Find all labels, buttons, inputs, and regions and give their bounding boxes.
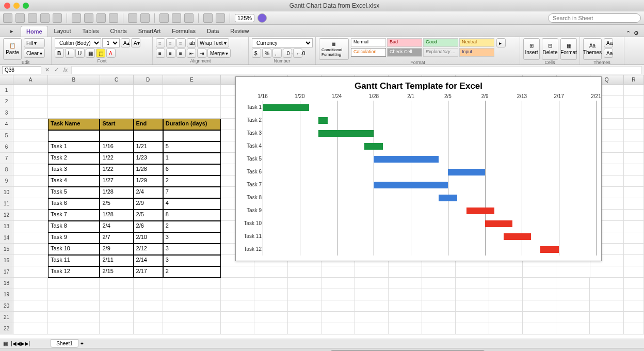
row-header[interactable]: 5 bbox=[0, 130, 13, 141]
gantt-chart[interactable]: Gantt Chart Template for Excel 1/161/201… bbox=[235, 76, 602, 261]
cell[interactable] bbox=[134, 323, 163, 334]
row-header[interactable]: 15 bbox=[0, 244, 13, 255]
cell[interactable] bbox=[489, 323, 523, 334]
cell[interactable] bbox=[355, 289, 389, 300]
cell[interactable] bbox=[48, 130, 100, 141]
indent-decrease-icon[interactable]: ⇤ bbox=[187, 49, 196, 58]
cell[interactable]: 6 bbox=[163, 164, 221, 176]
number-format-select[interactable]: Currency bbox=[252, 38, 313, 47]
cell[interactable]: 2/4 bbox=[100, 221, 133, 232]
new-icon[interactable] bbox=[28, 13, 37, 23]
cell[interactable] bbox=[590, 300, 623, 312]
cell[interactable] bbox=[624, 198, 644, 210]
cell[interactable] bbox=[221, 300, 254, 312]
formula-input[interactable] bbox=[71, 66, 642, 74]
cell[interactable] bbox=[489, 278, 523, 289]
cell[interactable] bbox=[254, 289, 288, 300]
cell[interactable]: 1 bbox=[163, 153, 221, 164]
show-formulas-icon[interactable] bbox=[216, 13, 225, 23]
cell[interactable] bbox=[556, 312, 590, 323]
cell[interactable] bbox=[48, 312, 100, 323]
percent-icon[interactable]: % bbox=[262, 49, 271, 58]
column-header[interactable]: E bbox=[163, 75, 221, 84]
cell[interactable] bbox=[288, 289, 321, 300]
cell[interactable] bbox=[355, 266, 389, 278]
cell[interactable] bbox=[624, 141, 644, 153]
row-header[interactable]: 16 bbox=[0, 255, 13, 266]
cell[interactable] bbox=[254, 300, 288, 312]
cell[interactable] bbox=[163, 107, 221, 119]
cell[interactable] bbox=[624, 210, 644, 221]
cell[interactable] bbox=[13, 153, 48, 164]
filter-icon[interactable] bbox=[184, 13, 194, 23]
fill-color-button[interactable]: ⬚ bbox=[96, 49, 105, 58]
first-sheet-icon[interactable]: |◀ bbox=[11, 341, 17, 346]
cell[interactable] bbox=[422, 300, 456, 312]
cell-styles-gallery[interactable]: Normal Bad Good Neutral Calculation Chec… bbox=[351, 38, 494, 57]
cell[interactable] bbox=[489, 289, 523, 300]
cell[interactable] bbox=[624, 289, 644, 300]
cell[interactable]: 2/9 bbox=[134, 198, 163, 210]
close-icon[interactable] bbox=[4, 3, 10, 9]
cell[interactable] bbox=[100, 300, 133, 312]
collapse-ribbon-icon[interactable]: ⌃ bbox=[626, 30, 631, 37]
cell[interactable] bbox=[13, 176, 48, 187]
cell[interactable]: Task 10 bbox=[48, 244, 100, 255]
cell[interactable] bbox=[288, 323, 321, 334]
paste-icon[interactable] bbox=[96, 13, 106, 23]
row-header[interactable]: 12 bbox=[0, 210, 13, 221]
cell[interactable] bbox=[355, 312, 389, 323]
cell[interactable]: End bbox=[134, 119, 163, 130]
decrease-font-icon[interactable]: A▾ bbox=[131, 38, 140, 47]
cell[interactable] bbox=[134, 312, 163, 323]
cell[interactable] bbox=[13, 85, 48, 96]
row-header[interactable]: 4 bbox=[0, 119, 13, 130]
cell[interactable] bbox=[100, 312, 133, 323]
cell[interactable] bbox=[556, 300, 590, 312]
tab-charts[interactable]: Charts bbox=[105, 26, 132, 37]
row-header[interactable]: 11 bbox=[0, 198, 13, 210]
cell[interactable] bbox=[624, 323, 644, 334]
cell[interactable] bbox=[523, 323, 556, 334]
cell[interactable]: 3 bbox=[163, 255, 221, 266]
cell[interactable] bbox=[13, 266, 48, 278]
cell[interactable] bbox=[624, 232, 644, 244]
cell[interactable] bbox=[389, 312, 422, 323]
cell[interactable] bbox=[134, 300, 163, 312]
prev-sheet-icon[interactable]: ◀ bbox=[17, 341, 21, 346]
cell[interactable]: 2/9 bbox=[100, 244, 133, 255]
cell[interactable]: Task 4 bbox=[48, 176, 100, 187]
cell[interactable] bbox=[288, 266, 321, 278]
sheet-tab[interactable]: Sheet1 bbox=[51, 339, 78, 348]
cell[interactable] bbox=[134, 289, 163, 300]
cell[interactable]: Task 11 bbox=[48, 255, 100, 266]
border-button[interactable]: ▦ bbox=[86, 49, 95, 58]
cell[interactable] bbox=[221, 323, 254, 334]
cell[interactable] bbox=[221, 312, 254, 323]
row-header[interactable]: 3 bbox=[0, 107, 13, 119]
cell[interactable]: 2/6 bbox=[134, 221, 163, 232]
cell[interactable] bbox=[288, 312, 321, 323]
cell[interactable] bbox=[321, 312, 355, 323]
row-header[interactable]: 17 bbox=[0, 266, 13, 278]
cell[interactable] bbox=[13, 278, 48, 289]
cell[interactable]: Task 12 bbox=[48, 266, 100, 278]
cell[interactable] bbox=[288, 300, 321, 312]
cell[interactable] bbox=[100, 130, 133, 141]
align-top-icon[interactable]: ≡ bbox=[156, 38, 165, 47]
cell[interactable] bbox=[355, 278, 389, 289]
cell[interactable]: Task 1 bbox=[48, 141, 100, 153]
last-sheet-icon[interactable]: ▶| bbox=[25, 341, 30, 346]
cell[interactable] bbox=[389, 323, 422, 334]
align-right-icon[interactable]: ≡ bbox=[176, 49, 186, 58]
style-good[interactable]: Good bbox=[423, 38, 458, 47]
cell[interactable] bbox=[100, 278, 133, 289]
row-header[interactable]: 10 bbox=[0, 187, 13, 198]
cell[interactable] bbox=[624, 278, 644, 289]
comma-icon[interactable]: , bbox=[272, 49, 282, 58]
search-input[interactable] bbox=[548, 13, 641, 23]
decrease-decimal-icon[interactable]: ←.0 bbox=[293, 49, 302, 58]
cell[interactable] bbox=[13, 232, 48, 244]
theme-colors-icon[interactable]: Aa bbox=[604, 38, 613, 47]
cell[interactable] bbox=[100, 289, 133, 300]
